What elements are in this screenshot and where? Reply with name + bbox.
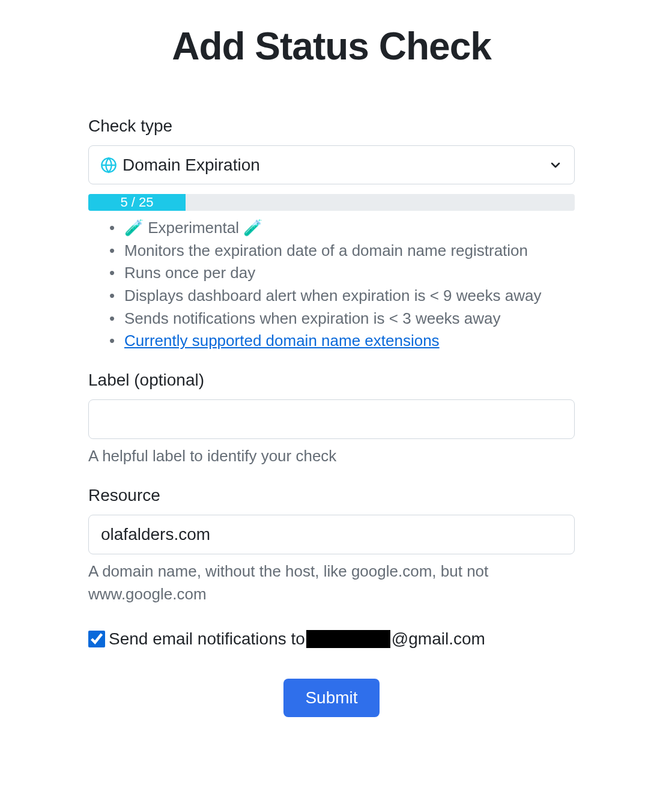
usage-progress-fill: 5 / 25 <box>88 194 186 211</box>
usage-progress-bar: 5 / 25 <box>88 194 575 211</box>
notifications-checkbox-row: Send email notifications to @gmail.com <box>88 629 575 649</box>
description-item: Sends notifications when expiration is <… <box>112 308 575 330</box>
description-item: Monitors the expiration date of a domain… <box>112 240 575 262</box>
notifications-label-prefix: Send email notifications to <box>109 629 305 649</box>
label-input[interactable] <box>88 399 575 439</box>
label-field-label: Label (optional) <box>88 371 575 390</box>
resource-input[interactable] <box>88 515 575 554</box>
resource-field-label: Resource <box>88 486 575 505</box>
check-type-select[interactable]: Domain Expiration <box>88 145 575 184</box>
check-type-group: Check type Domain Expiration 5 / 25 <box>88 117 575 353</box>
label-group: Label (optional) A helpful label to iden… <box>88 371 575 468</box>
check-type-description-list: 🧪 Experimental 🧪 Monitors the expiration… <box>88 217 575 353</box>
supported-extensions-link[interactable]: Currently supported domain name extensio… <box>124 332 440 350</box>
description-item-link: Currently supported domain name extensio… <box>112 330 575 353</box>
notifications-label: Send email notifications to @gmail.com <box>109 629 485 649</box>
submit-row: Submit <box>88 679 575 717</box>
submit-button[interactable]: Submit <box>283 679 379 717</box>
page-title: Add Status Check <box>88 24 575 68</box>
notifications-checkbox[interactable] <box>88 631 105 647</box>
redacted-email-prefix <box>306 630 390 648</box>
resource-help-text: A domain name, without the host, like go… <box>88 560 575 605</box>
description-item: 🧪 Experimental 🧪 <box>112 217 575 240</box>
resource-group: Resource A domain name, without the host… <box>88 486 575 605</box>
check-type-label: Check type <box>88 117 575 136</box>
label-help-text: A helpful label to identify your check <box>88 445 575 468</box>
check-type-select-wrapper: Domain Expiration <box>88 145 575 184</box>
description-item: Displays dashboard alert when expiration… <box>112 285 575 308</box>
description-item: Runs once per day <box>112 262 575 285</box>
notifications-email-suffix: @gmail.com <box>392 629 485 649</box>
